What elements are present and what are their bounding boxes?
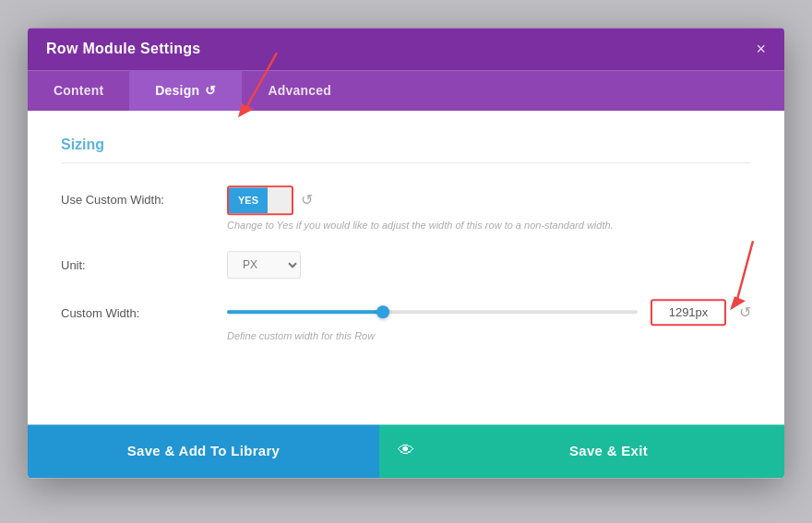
unit-select[interactable]: PX % EM REM VW bbox=[227, 251, 301, 279]
save-exit-button[interactable]: Save & Exit bbox=[433, 424, 784, 478]
tab-advanced[interactable]: Advanced bbox=[242, 70, 357, 111]
custom-width-helper: Define custom width for this Row bbox=[227, 330, 751, 341]
save-add-to-library-button[interactable]: Save & Add To Library bbox=[28, 424, 379, 478]
custom-width-slider-track[interactable] bbox=[227, 310, 638, 314]
toggle-yes-label: YES bbox=[229, 187, 268, 213]
toggle-box[interactable]: YES bbox=[227, 185, 293, 215]
toggle-slider[interactable] bbox=[268, 187, 292, 213]
toggle-container: YES ↺ bbox=[227, 185, 751, 215]
modal-body: Sizing Use Custom Width: YES ↺ Change to… bbox=[28, 111, 784, 424]
svg-line-2 bbox=[736, 241, 753, 303]
unit-label: Unit: bbox=[61, 251, 227, 272]
section-sizing-title: Sizing bbox=[61, 137, 751, 153]
modal-title: Row Module Settings bbox=[46, 41, 200, 57]
arrow-to-input bbox=[679, 236, 762, 319]
section-divider bbox=[61, 162, 751, 163]
reset-custom-width-icon[interactable]: ↺ bbox=[301, 191, 313, 208]
unit-control: PX % EM REM VW bbox=[227, 251, 751, 279]
custom-width-control: ↺ Define custom width for this Row bbox=[227, 299, 751, 341]
reset-design-icon[interactable]: ↺ bbox=[205, 83, 216, 98]
eye-icon: 👁 bbox=[398, 441, 414, 460]
custom-width-label: Custom Width: bbox=[61, 299, 227, 320]
slider-thumb[interactable] bbox=[376, 305, 389, 318]
modal-close-button[interactable]: × bbox=[756, 41, 766, 57]
use-custom-width-row: Use Custom Width: YES ↺ Change to Yes if… bbox=[61, 185, 751, 231]
modal-dialog: Row Module Settings × Content Design ↺ A… bbox=[28, 28, 784, 478]
slider-fill bbox=[227, 310, 383, 314]
modal-header: Row Module Settings × bbox=[28, 28, 784, 70]
use-custom-width-helper: Change to Yes if you would like to adjus… bbox=[227, 220, 751, 231]
tab-design[interactable]: Design ↺ bbox=[129, 70, 242, 111]
svg-marker-3 bbox=[730, 296, 746, 310]
use-custom-width-control: YES ↺ Change to Yes if you would like to… bbox=[227, 185, 751, 231]
use-custom-width-label: Use Custom Width: bbox=[61, 185, 227, 207]
modal-tabs: Content Design ↺ Advanced bbox=[28, 70, 784, 111]
modal-footer: Save & Add To Library 👁 Save & Exit bbox=[28, 424, 784, 478]
slider-row: ↺ bbox=[227, 299, 751, 326]
custom-width-row: Custom Width: ↺ Define custom width for … bbox=[61, 299, 751, 341]
unit-row: Unit: PX % EM REM VW bbox=[61, 251, 751, 279]
preview-eye-button[interactable]: 👁 bbox=[379, 424, 433, 478]
tab-content[interactable]: Content bbox=[28, 70, 129, 111]
